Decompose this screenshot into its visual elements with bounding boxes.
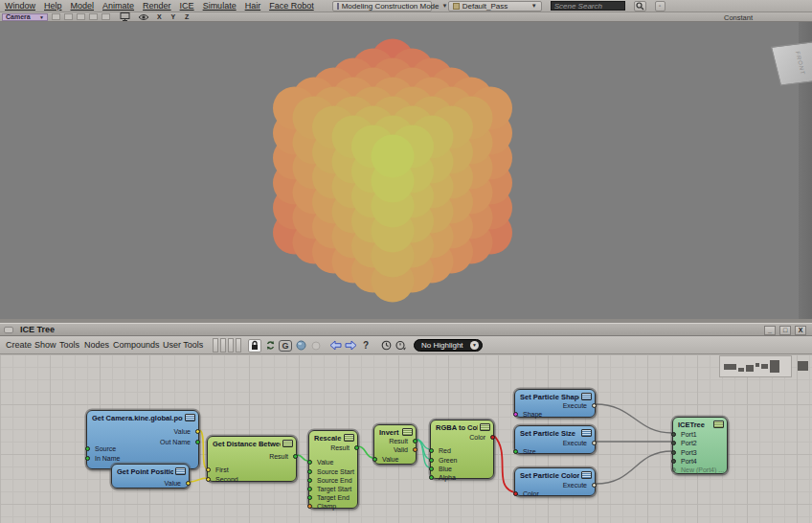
node-set-particle-size[interactable]: Set Particle Size Execute Size — [514, 425, 596, 454]
group-button[interactable]: G — [279, 339, 292, 352]
node-menu-icon[interactable] — [402, 428, 413, 436]
port-dot[interactable] — [307, 495, 312, 500]
wire-rgba-to-particle-color[interactable] — [494, 436, 514, 492]
node-menu-icon[interactable] — [480, 423, 490, 431]
node-get-camera-pos[interactable]: Get Camera.kine.global.pos Value Out Nam… — [86, 410, 199, 469]
menu-render[interactable]: Render — [143, 1, 171, 11]
node-icetree-root[interactable]: ICETree Port1 Port2 Port3 Port4 New (Por… — [672, 417, 728, 474]
search-button[interactable] — [634, 1, 646, 11]
port-dot[interactable] — [429, 448, 434, 453]
port-dot[interactable] — [354, 445, 359, 450]
port-dot[interactable] — [85, 456, 90, 461]
port-dot[interactable] — [592, 441, 597, 445]
port-dot[interactable] — [307, 487, 312, 491]
node-menu-icon[interactable] — [282, 440, 293, 447]
wire-camera-pos-to-first[interactable] — [199, 430, 207, 468]
node-menu-icon[interactable] — [344, 434, 354, 442]
wire-color-to-port3[interactable] — [596, 451, 672, 484]
node-invert[interactable]: Invert Result Valid Value — [373, 424, 417, 465]
maximize-button[interactable]: □ — [779, 326, 791, 335]
menu-hair[interactable]: Hair — [245, 1, 261, 11]
port-dot[interactable] — [429, 475, 434, 480]
port-dot[interactable] — [206, 477, 211, 482]
pass-select[interactable]: Default_Pass ▼ — [448, 1, 542, 11]
layout-tab[interactable] — [228, 338, 234, 352]
viewport-memo-tab[interactable] — [64, 13, 73, 20]
menu-window[interactable]: Window — [5, 1, 35, 11]
port-dot[interactable] — [85, 446, 90, 451]
port-dot[interactable] — [293, 454, 298, 459]
search-input[interactable] — [551, 1, 625, 11]
port-dot[interactable] — [671, 467, 676, 472]
display-mode-icon[interactable] — [120, 12, 130, 21]
node-graph-canvas[interactable]: Get Camera.kine.global.pos Value Out Nam… — [0, 354, 812, 523]
port-dot[interactable] — [372, 457, 377, 462]
time-options-button[interactable] — [395, 339, 408, 352]
axis-toggle-xyz[interactable]: X Y Z — [157, 13, 192, 20]
node-menu-icon[interactable] — [175, 467, 186, 475]
wire-rescale-to-invert[interactable] — [358, 446, 373, 458]
lock-button[interactable] — [248, 339, 261, 352]
port-dot[interactable] — [671, 459, 676, 464]
node-menu-icon[interactable] — [185, 414, 195, 421]
node-rescale[interactable]: Rescale Result Value Source Start Source… — [308, 430, 358, 509]
port-dot[interactable] — [195, 440, 200, 444]
menu-nodes[interactable]: Nodes — [84, 340, 109, 350]
time-button[interactable] — [379, 339, 393, 352]
port-dot[interactable] — [429, 466, 434, 471]
minimize-button[interactable]: _ — [764, 326, 776, 335]
menu-face-robot[interactable]: Face Robot — [269, 1, 314, 11]
camera-view-select[interactable]: Camera ▼ — [2, 13, 48, 21]
menu-help[interactable]: Help — [44, 1, 62, 11]
close-button[interactable]: X — [795, 326, 806, 335]
port-in-new[interactable]: New (Port4) ... — [681, 466, 724, 474]
port-dot[interactable] — [513, 449, 518, 454]
viewport-canvas[interactable]: FRONT — [0, 22, 812, 319]
port-dot[interactable] — [671, 450, 676, 455]
menu-compounds[interactable]: Compounds — [113, 340, 160, 350]
back-button[interactable] — [328, 339, 342, 352]
node-set-particle-color[interactable]: Set Particle Color Execute Color — [514, 467, 596, 496]
viewport-memo-tab[interactable] — [89, 13, 98, 20]
highlight-mode-select[interactable]: No Highlight ▼ — [414, 339, 483, 352]
refresh-button[interactable] — [263, 339, 277, 352]
port-dot[interactable] — [592, 483, 597, 488]
menu-animate[interactable]: Animate — [102, 1, 134, 11]
node-get-point-position[interactable]: Get Point Position Value — [111, 464, 190, 489]
port-dot[interactable] — [186, 481, 191, 486]
node-set-particle-shape[interactable]: Set Particle Shape Execute Shape — [514, 389, 596, 418]
menu-ice[interactable]: ICE — [180, 1, 194, 11]
port-dot[interactable] — [307, 504, 312, 509]
port-dot[interactable] — [671, 432, 676, 437]
port-dot[interactable] — [490, 435, 495, 440]
port-dot[interactable] — [513, 491, 518, 496]
viewport-memo-tab[interactable] — [77, 13, 85, 20]
layout-tab[interactable] — [220, 338, 226, 352]
node-menu-icon[interactable] — [581, 429, 592, 437]
wire-point-position-to-second[interactable] — [190, 478, 207, 482]
menu-create[interactable]: Create — [6, 340, 32, 350]
wire-distance-to-rescale[interactable] — [297, 455, 308, 461]
menu-simulate[interactable]: Simulate — [203, 1, 237, 11]
port-dot[interactable] — [671, 441, 676, 445]
construction-mode-select[interactable]: Modeling Construction Mode ▼ — [332, 1, 432, 11]
layout-tab[interactable] — [236, 338, 241, 352]
port-dot[interactable] — [307, 460, 312, 465]
ice-tree-titlebar[interactable]: ICE Tree _ □ X — [0, 323, 812, 336]
node-rgba-to-color[interactable]: RGBA to Color Color Red Green Blue Alpha — [430, 420, 494, 479]
menu-show[interactable]: Show — [34, 340, 56, 350]
help-button[interactable]: ? — [359, 339, 372, 352]
port-dot[interactable] — [592, 403, 597, 408]
viewport-memo-tab[interactable] — [52, 13, 60, 20]
layout-tab[interactable] — [213, 338, 218, 352]
port-dot[interactable] — [429, 458, 434, 463]
shading-mode-label[interactable]: Constant — [724, 13, 753, 22]
node-menu-icon[interactable] — [581, 393, 592, 400]
port-dot[interactable] — [195, 429, 200, 434]
menu-model[interactable]: Model — [71, 1, 95, 11]
port-dot[interactable] — [413, 439, 417, 443]
eye-icon[interactable] — [138, 13, 149, 21]
globe-button[interactable] — [294, 339, 307, 352]
wire-shape-to-port1[interactable] — [596, 404, 672, 433]
viewport-memo-tab[interactable] — [102, 13, 110, 20]
